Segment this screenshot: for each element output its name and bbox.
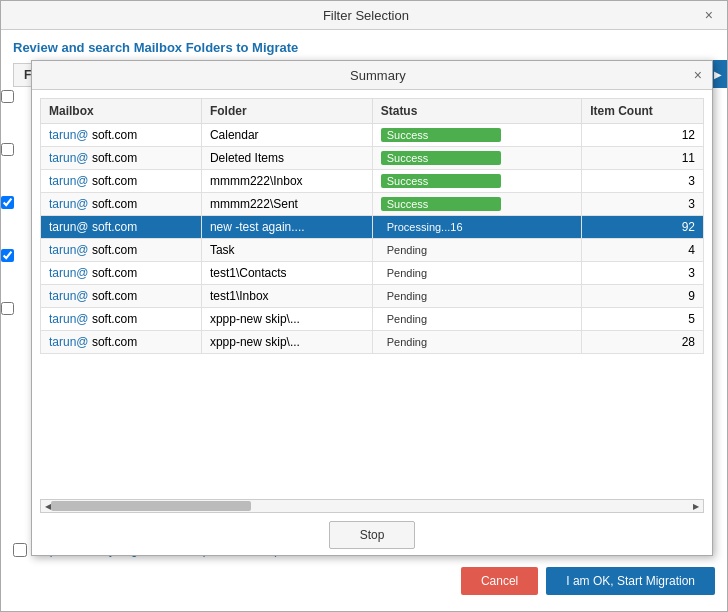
summary-table: Mailbox Folder Status Item Count tarun@ … [40, 98, 704, 354]
cell-mailbox: tarun@ soft.com [41, 239, 202, 262]
cell-mailbox: tarun@ soft.com [41, 124, 202, 147]
status-badge-processing: Processing...16 [381, 220, 501, 234]
table-row: tarun@ soft.commmmm222\InboxSuccess3 [41, 170, 704, 193]
cell-mailbox: tarun@ soft.com [41, 331, 202, 354]
table-row: tarun@ soft.comtest1\InboxPending9 [41, 285, 704, 308]
cell-status: Processing...16 [372, 216, 581, 239]
modal-close-button[interactable]: × [694, 67, 702, 83]
check-1[interactable] [1, 90, 14, 103]
cell-folder: test1\Inbox [201, 285, 372, 308]
cell-status: Success [372, 170, 581, 193]
cell-mailbox: tarun@ soft.com [41, 216, 202, 239]
status-badge-pending: Pending [381, 266, 433, 280]
cell-status: Pending [372, 285, 581, 308]
cell-item-count: 12 [582, 124, 704, 147]
table-header-row: Mailbox Folder Status Item Count [41, 99, 704, 124]
table-row: tarun@ soft.comTaskPending4 [41, 239, 704, 262]
check-5[interactable] [1, 302, 14, 315]
status-badge-pending: Pending [381, 335, 433, 349]
cell-mailbox: tarun@ soft.com [41, 285, 202, 308]
table-row: tarun@ soft.comxppp-new skip\...Pending5 [41, 308, 704, 331]
cell-status: Success [372, 147, 581, 170]
status-badge-success: Success [381, 174, 501, 188]
bottom-buttons: Cancel I am OK, Start Migration [13, 567, 715, 601]
stop-button-area: Stop [32, 513, 712, 555]
cell-mailbox: tarun@ soft.com [41, 193, 202, 216]
cell-status: Pending [372, 331, 581, 354]
summary-modal: Summary × Mailbox Folder Status Item Cou… [31, 60, 713, 556]
cell-status: Pending [372, 239, 581, 262]
cell-folder: xppp-new skip\... [201, 308, 372, 331]
modal-title: Summary [62, 68, 694, 83]
cell-item-count: 3 [582, 170, 704, 193]
col-header-mailbox: Mailbox [41, 99, 202, 124]
modal-title-bar: Summary × [32, 61, 712, 90]
table-row: tarun@ soft.comDeleted ItemsSuccess11 [41, 147, 704, 170]
scroll-right-arrow[interactable]: ▶ [689, 500, 703, 512]
table-row: tarun@ soft.comtest1\ContactsPending3 [41, 262, 704, 285]
status-badge-pending: Pending [381, 312, 433, 326]
outer-window: Filter Selection × Review and search Mai… [0, 0, 728, 612]
table-row: tarun@ soft.commmmm222\SentSuccess3 [41, 193, 704, 216]
col-header-folder: Folder [201, 99, 372, 124]
cell-status: Pending [372, 262, 581, 285]
status-badge-success: Success [381, 128, 501, 142]
cell-folder: mmmm222\Inbox [201, 170, 372, 193]
check-4[interactable] [1, 249, 14, 262]
cell-folder: Deleted Items [201, 147, 372, 170]
left-checks-area [1, 80, 14, 315]
cell-folder: new -test again.... [201, 216, 372, 239]
title-bar: Filter Selection × [1, 1, 727, 30]
status-badge-pending: Pending [381, 289, 433, 303]
window-close-button[interactable]: × [701, 7, 717, 23]
col-header-item-count: Item Count [582, 99, 704, 124]
scroll-thumb[interactable] [51, 501, 251, 511]
table-row: tarun@ soft.comxppp-new skip\...Pending2… [41, 331, 704, 354]
status-badge-success: Success [381, 151, 501, 165]
cell-item-count: 11 [582, 147, 704, 170]
cell-folder: test1\Contacts [201, 262, 372, 285]
table-row: tarun@ soft.comnew -test again....Proces… [41, 216, 704, 239]
stop-button[interactable]: Stop [329, 521, 416, 549]
skip-incremental-checkbox[interactable] [13, 543, 27, 557]
modal-content: Mailbox Folder Status Item Count tarun@ … [32, 90, 712, 555]
table-row: tarun@ soft.comCalendarSuccess12 [41, 124, 704, 147]
check-3[interactable] [1, 196, 14, 209]
cell-mailbox: tarun@ soft.com [41, 147, 202, 170]
status-badge-pending: Pending [381, 243, 433, 257]
cell-mailbox: tarun@ soft.com [41, 308, 202, 331]
col-header-status: Status [372, 99, 581, 124]
cell-status: Pending [372, 308, 581, 331]
cell-folder: mmmm222\Sent [201, 193, 372, 216]
horizontal-scrollbar[interactable]: ◀ ▶ [40, 499, 704, 513]
cell-item-count: 4 [582, 239, 704, 262]
cell-status: Success [372, 124, 581, 147]
window-title: Filter Selection [31, 8, 701, 23]
outer-content: Review and search Mailbox Folders to Mig… [1, 30, 727, 611]
cell-item-count: 9 [582, 285, 704, 308]
status-badge-success: Success [381, 197, 501, 211]
cell-item-count: 28 [582, 331, 704, 354]
summary-table-container[interactable]: Mailbox Folder Status Item Count tarun@ … [40, 98, 704, 491]
cell-item-count: 3 [582, 262, 704, 285]
cell-item-count: 92 [582, 216, 704, 239]
start-migration-button[interactable]: I am OK, Start Migration [546, 567, 715, 595]
cell-item-count: 3 [582, 193, 704, 216]
cell-folder: Calendar [201, 124, 372, 147]
cell-status: Success [372, 193, 581, 216]
outer-heading: Review and search Mailbox Folders to Mig… [13, 40, 715, 55]
cell-item-count: 5 [582, 308, 704, 331]
cell-folder: xppp-new skip\... [201, 331, 372, 354]
check-2[interactable] [1, 143, 14, 156]
cell-mailbox: tarun@ soft.com [41, 262, 202, 285]
cell-mailbox: tarun@ soft.com [41, 170, 202, 193]
cell-folder: Task [201, 239, 372, 262]
cancel-button[interactable]: Cancel [461, 567, 538, 595]
